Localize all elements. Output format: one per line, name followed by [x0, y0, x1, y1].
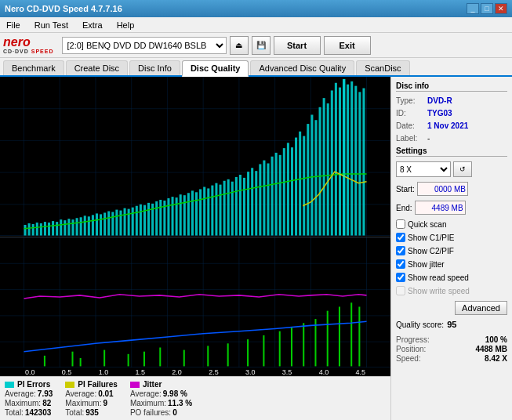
svg-rect-21 [40, 223, 42, 236]
quality-score-row: Quality score: 95 [396, 320, 507, 329]
show-c2pif-checkbox[interactable] [396, 246, 405, 255]
svg-rect-62 [203, 187, 205, 236]
menu-run-test[interactable]: Run Test [31, 20, 71, 31]
svg-rect-137 [327, 310, 329, 366]
svg-rect-35 [96, 213, 98, 235]
minimize-button[interactable]: _ [467, 3, 479, 14]
show-read-speed-checkbox[interactable] [396, 273, 405, 282]
svg-rect-123 [80, 358, 82, 366]
close-button[interactable]: ✕ [495, 3, 507, 14]
svg-rect-42 [124, 208, 126, 236]
svg-rect-36 [100, 214, 102, 235]
menu-help[interactable]: Help [114, 20, 138, 31]
svg-rect-125 [128, 353, 129, 366]
show-jitter-row[interactable]: Show jitter [396, 259, 507, 269]
svg-rect-140 [358, 306, 360, 366]
svg-rect-129 [207, 346, 209, 366]
svg-rect-50 [155, 201, 158, 236]
logo: nero CD·DVD SPEED [3, 36, 54, 54]
svg-rect-135 [303, 323, 304, 366]
top-chart-svg [0, 77, 390, 237]
svg-rect-83 [287, 143, 289, 235]
position-value: 4488 MB [475, 345, 507, 353]
save-button[interactable]: 💾 [252, 36, 271, 55]
svg-rect-81 [279, 155, 281, 236]
tab-disc-quality[interactable]: Disc Quality [182, 60, 249, 77]
svg-rect-124 [103, 349, 105, 366]
svg-rect-98 [347, 85, 349, 236]
end-input[interactable] [415, 201, 466, 215]
show-read-speed-row[interactable]: Show read speed [396, 273, 507, 282]
quick-scan-checkbox[interactable] [396, 219, 405, 229]
svg-rect-25 [56, 222, 58, 235]
svg-rect-69 [231, 182, 234, 236]
svg-rect-100 [354, 86, 357, 236]
maximize-button[interactable]: □ [481, 3, 493, 14]
position-label: Position: [396, 345, 426, 353]
disc-label-value: - [427, 134, 430, 143]
svg-rect-19 [32, 224, 34, 236]
svg-rect-78 [267, 163, 269, 235]
tab-create-disc[interactable]: Create Disc [66, 60, 128, 75]
svg-rect-29 [71, 219, 74, 235]
svg-rect-86 [299, 132, 301, 236]
disc-id-row: ID: TYG03 [396, 109, 507, 118]
quick-scan-row[interactable]: Quick scan [396, 219, 507, 229]
svg-rect-18 [28, 223, 31, 236]
show-c1pie-label: Show C1/PIE [408, 234, 454, 242]
legend-jitter: Jitter Average: 9.98 % Maximum: 11.3 % P… [130, 380, 192, 417]
pi-errors-title: PI Errors [17, 380, 50, 389]
start-button[interactable]: Start [274, 36, 321, 55]
svg-rect-32 [84, 215, 86, 235]
svg-rect-80 [275, 153, 278, 236]
disc-type-value: DVD-R [427, 96, 452, 105]
progress-row: Progress: 100 % [396, 335, 507, 344]
svg-rect-94 [331, 90, 333, 235]
svg-rect-46 [140, 205, 142, 236]
disc-label-row: Label: - [396, 134, 507, 143]
advanced-button[interactable]: Advanced [455, 301, 507, 315]
legend-pi-errors: PI Errors Average: 7.93 Maximum: 82 Tota… [5, 380, 53, 417]
svg-rect-64 [211, 186, 213, 236]
tab-bar: Benchmark Create Disc Disc Info Disc Qua… [0, 58, 512, 77]
show-write-speed-row[interactable]: Show write speed [396, 286, 507, 295]
svg-rect-39 [111, 212, 114, 235]
progress-section: Progress: 100 % Position: 4488 MB Speed:… [396, 335, 507, 364]
show-jitter-checkbox[interactable] [396, 259, 405, 269]
exit-button[interactable]: Exit [324, 36, 371, 55]
tab-benchmark[interactable]: Benchmark [3, 60, 64, 75]
speed-select[interactable]: 8 X [396, 161, 451, 177]
disc-label-label: Label: [396, 134, 424, 143]
svg-rect-20 [36, 223, 38, 235]
tab-advanced-disc-quality[interactable]: Advanced Disc Quality [250, 60, 354, 75]
svg-rect-75 [255, 171, 257, 235]
drive-select[interactable]: [2:0] BENQ DVD DD DW1640 BSLB [62, 37, 227, 54]
speed-refresh-button[interactable]: ↺ [453, 161, 472, 177]
svg-rect-131 [247, 339, 249, 366]
disc-date-value: 1 Nov 2021 [427, 121, 468, 130]
svg-rect-99 [350, 81, 353, 236]
svg-rect-65 [215, 183, 217, 236]
svg-rect-102 [362, 89, 365, 236]
pi-failures-title: PI Failures [78, 380, 118, 389]
quality-score-label: Quality score: [396, 320, 444, 329]
tab-scan-disc[interactable]: ScanDisc [356, 60, 409, 75]
show-write-speed-checkbox[interactable] [396, 286, 405, 295]
show-c1pie-row[interactable]: Show C1/PIE [396, 233, 507, 242]
eject-button[interactable]: ⏏ [230, 36, 249, 55]
disc-type-label: Type: [396, 96, 424, 105]
menu-extra[interactable]: Extra [79, 20, 106, 31]
legend-pi-failures: PI Failures Average: 0.01 Maximum: 9 Tot… [65, 380, 118, 417]
svg-rect-34 [92, 215, 94, 235]
start-input[interactable] [417, 182, 468, 196]
menu-file[interactable]: File [3, 20, 24, 31]
show-c2pif-row[interactable]: Show C2/PIF [396, 246, 507, 255]
app-title: Nero CD-DVD Speed 4.7.7.16 [5, 4, 122, 13]
svg-rect-58 [187, 193, 190, 235]
tab-disc-info[interactable]: Disc Info [129, 60, 180, 75]
svg-rect-90 [314, 120, 317, 235]
show-c1pie-checkbox[interactable] [396, 233, 405, 242]
settings-title: Settings [396, 147, 507, 157]
svg-rect-60 [195, 192, 198, 235]
svg-rect-85 [295, 138, 297, 236]
